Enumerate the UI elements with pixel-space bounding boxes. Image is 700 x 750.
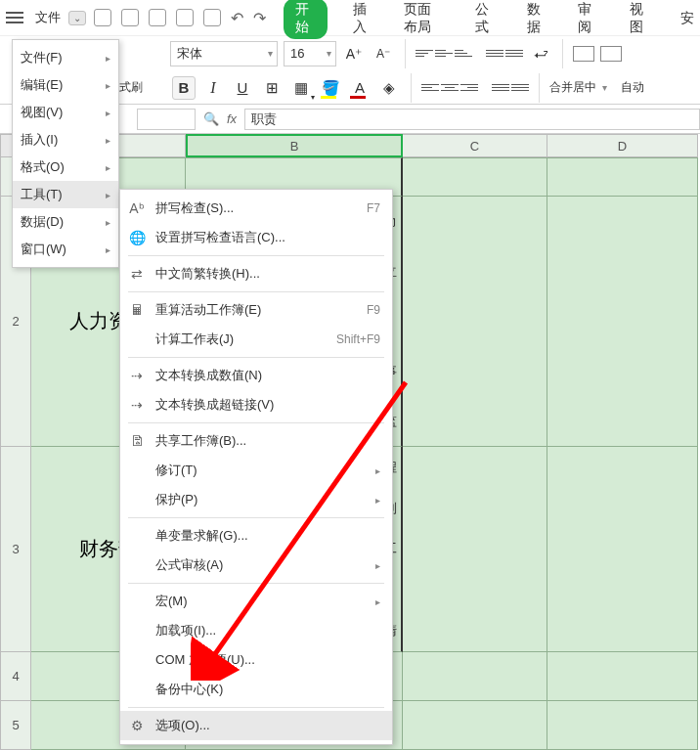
row-header-4[interactable]: 4 — [0, 652, 31, 701]
cell-c1[interactable] — [403, 157, 547, 197]
align-top-icon[interactable] — [416, 45, 433, 63]
merge-center-button[interactable] — [573, 46, 594, 62]
align-left-icon[interactable] — [421, 79, 439, 97]
tab-formula[interactable]: 公式 — [469, 0, 502, 40]
convert-icon: ⇄ — [128, 265, 146, 283]
tools-submenu: Aᵇ拼写检查(S)...F7 🌐设置拼写检查语言(C)... ⇄中文简繁转换(H… — [119, 189, 393, 745]
main-menu-dropdown: 文件(F)▸ 编辑(E)▸ 视图(V)▸ 插入(I)▸ 格式(O)▸ 工具(T)… — [12, 39, 119, 268]
calc-icon: 🖩 — [128, 301, 146, 319]
align-center-icon[interactable] — [441, 79, 459, 97]
tab-pagelayout[interactable]: 页面布局 — [398, 0, 450, 40]
fill-color-button[interactable]: 🪣 — [319, 76, 342, 100]
link-icon: ⇢ — [128, 396, 146, 414]
submenu-options[interactable]: ⚙选项(O)... — [120, 711, 392, 740]
border-style-button[interactable]: ▦▾ — [289, 76, 313, 100]
menu-separator — [128, 255, 384, 256]
auto-label: 自动 — [621, 79, 644, 96]
menu-separator — [128, 517, 384, 518]
menu-separator — [128, 357, 384, 358]
submenu-spellcheck[interactable]: Aᵇ拼写检查(S)...F7 — [120, 194, 392, 223]
submenu-macro[interactable]: 宏(M)▸ — [120, 587, 392, 616]
auto-wrap-button[interactable] — [600, 46, 622, 62]
font-color-button[interactable]: A — [348, 76, 372, 100]
italic-button[interactable]: I — [201, 76, 225, 100]
increase-font-icon[interactable]: A⁺ — [342, 42, 366, 66]
fx-label[interactable]: fx — [227, 111, 237, 126]
col-header-b[interactable]: B — [186, 134, 403, 157]
menu-separator — [128, 707, 384, 708]
merge-label: 合并居中 — [549, 79, 596, 96]
submenu-calc-sheet[interactable]: 计算工作表(J)Shift+F9 — [120, 325, 392, 354]
tab-view[interactable]: 视图 — [624, 0, 656, 40]
menu-tools[interactable]: 工具(T)▸ — [13, 181, 118, 208]
col-header-d[interactable]: D — [547, 134, 698, 157]
menu-window[interactable]: 窗口(W)▸ — [13, 236, 118, 263]
clear-format-icon[interactable]: ◈ — [377, 76, 401, 100]
align-right-icon[interactable] — [460, 79, 478, 97]
menu-separator — [128, 583, 384, 584]
zoom-icon[interactable]: 🔍 — [203, 111, 219, 126]
menu-file[interactable]: 文件(F)▸ — [13, 44, 118, 71]
cell-c5[interactable] — [403, 701, 547, 750]
menu-edit[interactable]: 编辑(E)▸ — [13, 71, 118, 99]
submenu-backup-center[interactable]: 备份中心(K) — [120, 675, 392, 704]
cell-d5[interactable] — [547, 701, 698, 750]
indent-increase-icon[interactable] — [505, 45, 523, 63]
menu-data[interactable]: 数据(D)▸ — [13, 208, 118, 236]
menu-separator — [128, 291, 384, 292]
justify-icon[interactable] — [492, 79, 509, 97]
submenu-revise[interactable]: 修订(T)▸ — [120, 456, 392, 485]
cell-d3[interactable] — [547, 447, 698, 652]
menu-insert[interactable]: 插入(I)▸ — [13, 126, 118, 154]
submenu-text-to-number[interactable]: ⇢文本转换成数值(N) — [120, 361, 392, 390]
submenu-addin[interactable]: 加载项(I)... — [120, 616, 392, 645]
submenu-share-workbook[interactable]: 🖺共享工作簿(B)... — [120, 426, 392, 456]
menu-format[interactable]: 格式(O)▸ — [13, 154, 118, 181]
gear-icon: ⚙ — [128, 717, 146, 734]
cell-c2[interactable] — [403, 197, 547, 447]
submenu-text-to-link[interactable]: ⇢文本转换成超链接(V) — [120, 390, 392, 419]
spellcheck-icon: Aᵇ — [128, 199, 146, 217]
formula-input[interactable]: 职责 — [244, 109, 700, 130]
wrap-text-icon[interactable]: ⮐ — [529, 42, 552, 66]
submenu-com-addin[interactable]: COM 加载项(U)... — [120, 645, 392, 675]
align-bottom-icon[interactable] — [455, 45, 472, 63]
submenu-protect[interactable]: 保护(P)▸ — [120, 485, 392, 514]
underline-button[interactable]: U — [231, 76, 254, 100]
cell-d4[interactable] — [547, 652, 698, 701]
submenu-solver[interactable]: 单变量求解(G)... — [120, 521, 392, 551]
share-icon: 🖺 — [128, 432, 146, 450]
distribute-icon[interactable] — [511, 79, 529, 97]
cell-c4[interactable] — [403, 652, 547, 701]
decrease-font-icon[interactable]: A⁻ — [372, 42, 395, 66]
col-header-c[interactable]: C — [403, 134, 547, 157]
cell-d2[interactable] — [547, 197, 698, 447]
format-painter[interactable]: 式刷 — [119, 79, 143, 96]
border-button[interactable]: ⊞ — [260, 76, 284, 100]
bold-button[interactable]: B — [172, 76, 196, 100]
cell-d1[interactable] — [547, 157, 698, 197]
row-header-5[interactable]: 5 — [0, 701, 31, 750]
tab-data[interactable]: 数据 — [521, 0, 553, 40]
tab-review[interactable]: 审阅 — [572, 0, 604, 40]
submenu-formula-audit[interactable]: 公式审核(A)▸ — [120, 551, 392, 580]
cell-c3[interactable] — [403, 447, 547, 652]
submenu-recalc-workbook[interactable]: 🖩重算活动工作簿(E)F9 — [120, 295, 392, 325]
name-box[interactable] — [137, 109, 196, 130]
menu-separator — [128, 422, 384, 423]
globe-icon: 🌐 — [128, 229, 146, 246]
number-icon: ⇢ — [128, 367, 146, 384]
font-size-select[interactable]: 16 — [284, 41, 336, 66]
tab-insert[interactable]: 插入 — [347, 0, 379, 40]
indent-decrease-icon[interactable] — [486, 45, 503, 63]
menu-view[interactable]: 视图(V)▸ — [13, 99, 118, 126]
row-header-3[interactable]: 3 — [0, 447, 31, 652]
submenu-traditional-simplified[interactable]: ⇄中文简繁转换(H)... — [120, 259, 392, 288]
align-middle-icon[interactable] — [435, 45, 453, 63]
submenu-spell-language[interactable]: 🌐设置拼写检查语言(C)... — [120, 223, 392, 252]
tab-start[interactable]: 开始 — [284, 0, 328, 39]
tab-safe[interactable]: 安 — [675, 6, 700, 31]
font-family-select[interactable]: 宋体 — [170, 41, 278, 66]
